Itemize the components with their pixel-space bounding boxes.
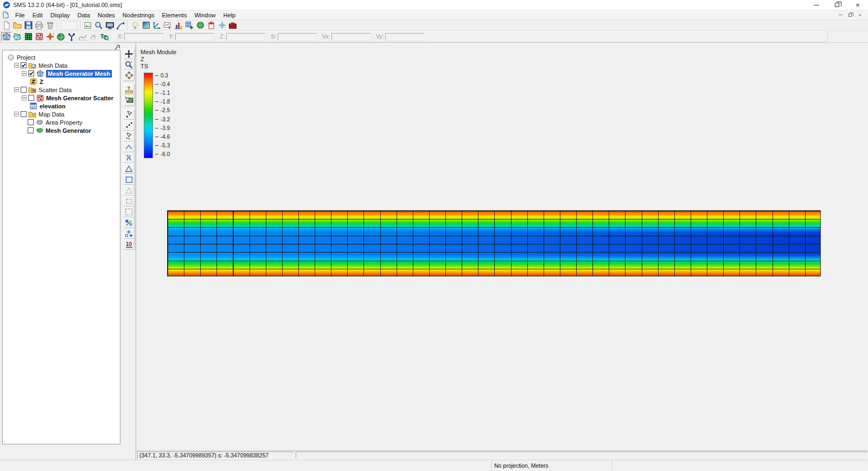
- mesh-data-checkbox[interactable]: [21, 62, 27, 68]
- tree-item-area-property[interactable]: Area Property: [4, 118, 119, 126]
- refresh-image-button[interactable]: [82, 21, 93, 30]
- panel-pin-icon[interactable]: [114, 44, 120, 50]
- select-nodestring-tool-icon[interactable]: [123, 120, 135, 131]
- z-label: Z:: [220, 34, 225, 40]
- scatter-module-button[interactable]: [34, 32, 44, 42]
- menu-file[interactable]: File: [11, 11, 29, 19]
- tree-item-mesh-generator-mesh[interactable]: Mesh Generator Mesh: [4, 69, 119, 78]
- toolbox-button[interactable]: [227, 21, 238, 30]
- river-module-button[interactable]: [66, 32, 77, 42]
- gis-module-button[interactable]: [44, 32, 55, 42]
- marquee-small-tool-icon[interactable]: [123, 196, 135, 207]
- mesh-module-button[interactable]: [1, 32, 12, 42]
- scatter-data-checkbox[interactable]: [21, 87, 27, 93]
- viewport-status-strip: (347.1, 33.3, -5.34709989357) s: -5.3470…: [136, 450, 868, 460]
- menu-nodestrings[interactable]: Nodestrings: [119, 11, 158, 19]
- tree-item-map-data[interactable]: Map Data: [4, 110, 119, 118]
- x-field: [124, 33, 163, 41]
- window-title: SMS 13.2.0 (64-bit) - [01_tutorial.00.sm…: [13, 2, 122, 8]
- collapse-toggle-icon[interactable]: [14, 87, 19, 92]
- legend-module-label: Mesh Module: [141, 49, 176, 56]
- tin-module-button[interactable]: [12, 32, 23, 42]
- measure-tool-icon[interactable]: ?: [123, 84, 135, 95]
- tree-item-mesh-data[interactable]: Mesh Data: [4, 61, 119, 69]
- tool-palette: ? 10: [123, 46, 136, 250]
- map-module-button[interactable]: [55, 32, 66, 42]
- menu-help[interactable]: Help: [220, 11, 240, 19]
- zoom-extents-button[interactable]: [93, 21, 104, 30]
- rotate-tool-icon[interactable]: [123, 70, 135, 81]
- time-module-button[interactable]: To: [99, 32, 110, 42]
- contour-options-button[interactable]: [141, 21, 151, 30]
- flow-trace-button[interactable]: [115, 21, 126, 30]
- pan-tool-icon[interactable]: [123, 48, 135, 59]
- lightbulb-icon[interactable]: [130, 21, 141, 30]
- crease-tool-icon[interactable]: [123, 141, 135, 152]
- mesh-element-grid: [168, 211, 820, 276]
- ghost-triangle-tool-icon[interactable]: [123, 185, 135, 196]
- tree-item-scatter-data[interactable]: Scatter Data: [4, 86, 119, 94]
- tree-item-mesh-generator-scatter[interactable]: Mesh Generator Scatter: [4, 94, 119, 102]
- select-node-tool-icon[interactable]: [123, 109, 135, 120]
- globe-button[interactable]: [195, 21, 206, 30]
- menu-display[interactable]: Display: [47, 11, 74, 19]
- tree-item-project[interactable]: Project: [4, 53, 119, 61]
- restore-button[interactable]: [827, 0, 847, 10]
- z-dataset-icon: [29, 78, 37, 86]
- mesh-generator-mesh-checkbox[interactable]: [28, 70, 34, 76]
- swap-edge-tool-icon[interactable]: [123, 217, 135, 228]
- tree-item-mesh-generator-coverage[interactable]: Mesh Generator: [4, 126, 119, 134]
- open-file-button[interactable]: [12, 21, 23, 30]
- select-arrow-tool-icon[interactable]: [123, 131, 135, 141]
- mdi-minimize-button[interactable]: [837, 12, 844, 18]
- film-loop-button[interactable]: [184, 21, 195, 30]
- vectors-button[interactable]: [151, 21, 162, 30]
- mesh-contour-plot[interactable]: [167, 210, 821, 276]
- merge-split-tool-icon[interactable]: [123, 228, 135, 239]
- select-element-rect-icon[interactable]: [123, 174, 135, 185]
- x-label: X:: [118, 34, 123, 40]
- new-file-button[interactable]: [1, 21, 12, 30]
- area-property-checkbox[interactable]: [28, 119, 34, 125]
- zoom-tool-icon[interactable]: [123, 59, 135, 70]
- print-button[interactable]: [34, 21, 44, 30]
- bar-chart-button[interactable]: [173, 21, 184, 30]
- collapse-toggle-icon[interactable]: [14, 112, 19, 117]
- profile-module-button[interactable]: [77, 32, 88, 42]
- menu-nodes[interactable]: Nodes: [94, 11, 119, 19]
- tree-item-elevation-dataset[interactable]: elevation: [4, 102, 119, 110]
- plot-wizard-button[interactable]: [162, 21, 173, 30]
- projection-box-button[interactable]: [206, 21, 216, 30]
- probe-tool-icon[interactable]: [123, 95, 135, 106]
- graphics-window[interactable]: Mesh Module Z TS 0.3 -0.4 -1.1 -1.8 -2.5…: [136, 43, 868, 460]
- curves-module-button[interactable]: [88, 32, 99, 42]
- menu-elements[interactable]: Elements: [158, 11, 191, 19]
- menu-window[interactable]: Window: [190, 11, 219, 19]
- vx-label: Vx:: [322, 34, 330, 40]
- display-options-button[interactable]: [104, 21, 115, 30]
- mdi-close-button[interactable]: ×: [856, 12, 864, 18]
- mdi-restore-button[interactable]: [846, 12, 854, 18]
- select-curve-tool-icon[interactable]: [123, 152, 135, 163]
- collapse-toggle-icon[interactable]: [22, 95, 27, 100]
- collapse-toggle-icon[interactable]: [22, 71, 27, 76]
- mesh-generator-coverage-checkbox[interactable]: [28, 127, 34, 133]
- projection-status: No projection, Meters: [492, 460, 612, 471]
- collapse-toggle-icon[interactable]: [14, 63, 19, 68]
- grid-module-button[interactable]: [23, 32, 34, 42]
- tree-item-z-dataset[interactable]: Z: [4, 78, 119, 86]
- close-button[interactable]: ×: [847, 0, 868, 10]
- sparkle-button[interactable]: [216, 21, 227, 30]
- renumber-tool-icon[interactable]: 10: [123, 239, 135, 250]
- menu-data[interactable]: Data: [74, 11, 94, 19]
- minimize-button[interactable]: [806, 0, 827, 10]
- menu-edit[interactable]: Edit: [29, 11, 47, 19]
- select-element-triangle-icon[interactable]: [123, 163, 135, 174]
- marquee-large-tool-icon[interactable]: [123, 207, 135, 217]
- map-data-checkbox[interactable]: [21, 111, 27, 117]
- renumber-glyph: 10: [126, 241, 132, 247]
- status-message-area: [0, 460, 492, 471]
- save-button[interactable]: [23, 21, 34, 30]
- delete-button[interactable]: [44, 21, 55, 30]
- mesh-generator-scatter-checkbox[interactable]: [28, 95, 34, 101]
